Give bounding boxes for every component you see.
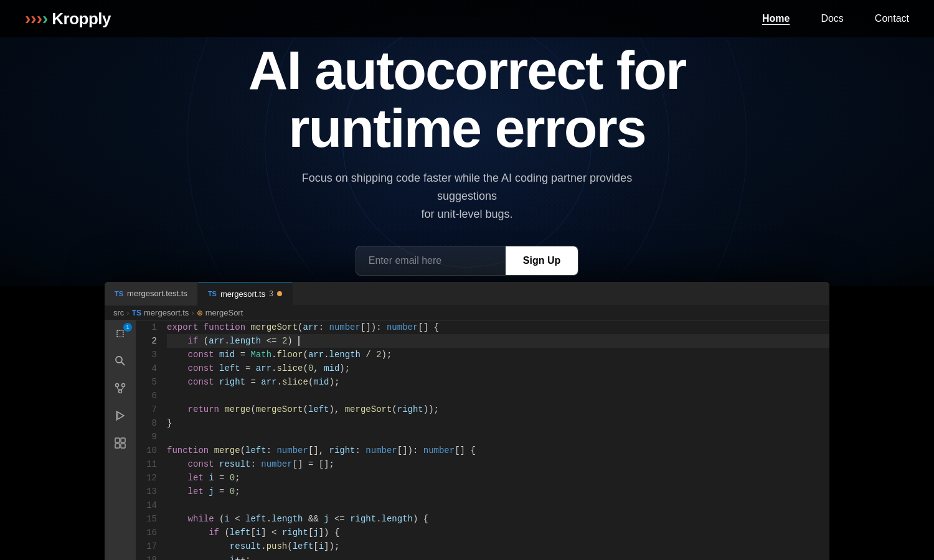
ts-badge: TS <box>115 290 123 297</box>
nav-contact[interactable]: Contact <box>875 13 909 24</box>
breadcrumb-fn: mergeSort <box>205 308 243 317</box>
ts-badge-active: TS <box>208 290 217 297</box>
code-line-8: } <box>167 416 829 430</box>
code-line-17: result.push(left[i]); <box>167 539 829 553</box>
breadcrumb-src: src <box>113 308 124 317</box>
line-numbers: 1 2 3 4 5 6 7 8 9 10 11 12 13 14 15 16 1… <box>136 320 164 560</box>
tab-label-test: mergesort.test.ts <box>127 289 187 298</box>
breadcrumb-file: mergesort.ts <box>144 308 189 317</box>
email-input[interactable] <box>356 246 506 275</box>
code-content: export function mergeSort(arr: number[])… <box>164 320 829 560</box>
code-line-9 <box>167 430 829 444</box>
code-line-3: const mid = Math.floor(arr.length / 2); <box>167 348 829 362</box>
svg-marker-5 <box>118 412 124 419</box>
code-line-16: if (left[i] < right[j]) { <box>167 526 829 539</box>
extensions-icon[interactable] <box>112 435 128 451</box>
tab-mergesort-test[interactable]: TS mergesort.test.ts <box>105 282 198 306</box>
code-line-10: function merge(left: number[], right: nu… <box>167 444 829 457</box>
nav-links: Home Docs Contact <box>762 13 909 24</box>
editor-tab-bar: TS mergesort.test.ts TS mergesort.ts 3 <box>105 282 829 306</box>
arrow2-icon: › <box>31 10 36 27</box>
svg-rect-8 <box>121 438 125 442</box>
tab-mergesort[interactable]: TS mergesort.ts 3 <box>198 282 293 306</box>
logo[interactable]: › › › › Kropply <box>25 9 111 29</box>
code-line-13: let j = 0; <box>167 485 829 498</box>
svg-point-0 <box>116 357 122 363</box>
email-form: Sign Up <box>356 246 578 276</box>
logo-arrows: › › › › <box>25 10 48 27</box>
hero-section: AI autocorrect for runtime errors Focus … <box>0 0 934 286</box>
svg-rect-7 <box>115 438 120 442</box>
arrow4-icon: › <box>42 10 48 27</box>
hero-title-line2: runtime errors <box>288 97 646 159</box>
svg-point-3 <box>122 384 125 387</box>
arrow1-icon: › <box>25 10 31 27</box>
editor-body: ⬚ 1 <box>105 320 829 560</box>
svg-rect-10 <box>121 444 125 448</box>
code-line-11: const result: number[] = []; <box>167 457 829 471</box>
code-line-7: return merge(mergeSort(left), mergeSort(… <box>167 403 829 416</box>
breadcrumb-ts: TS <box>132 309 141 317</box>
breadcrumb-sep2: › <box>191 308 194 317</box>
tab-number: 3 <box>269 289 273 298</box>
svg-rect-9 <box>115 444 120 448</box>
code-editor: TS mergesort.test.ts TS mergesort.ts 3 s… <box>105 282 829 560</box>
arrow3-icon: › <box>37 10 42 27</box>
run-icon[interactable] <box>112 408 128 424</box>
svg-line-1 <box>121 362 125 365</box>
code-line-15: while (i < left.length && j <= right.len… <box>167 512 829 526</box>
hero-content: AI autocorrect for runtime errors Focus … <box>248 11 686 275</box>
code-line-12: let i = 0; <box>167 471 829 485</box>
source-control-icon[interactable] <box>112 380 128 396</box>
signup-button[interactable]: Sign Up <box>506 246 578 275</box>
code-line-1: export function mergeSort(arr: number[])… <box>167 320 829 334</box>
code-line-2: if (arr.length <= 2) <box>167 334 829 348</box>
navbar: › › › › Kropply Home Docs Contact <box>0 0 934 37</box>
hero-title: AI autocorrect for runtime errors <box>248 42 686 157</box>
nav-home[interactable]: Home <box>762 13 790 24</box>
hero-title-line1: AI autocorrect for <box>248 39 686 101</box>
hero-subtitle: Focus on shipping code faster while the … <box>293 169 641 223</box>
svg-point-2 <box>116 384 119 387</box>
search-icon[interactable] <box>112 353 128 369</box>
tab-modified-dot <box>277 291 282 296</box>
function-icon: ⊕ <box>197 309 203 317</box>
badge-count: 1 <box>123 323 132 332</box>
code-line-14 <box>167 498 829 512</box>
code-line-6 <box>167 389 829 403</box>
logo-text: Kropply <box>52 9 111 29</box>
svg-point-4 <box>119 390 122 393</box>
breadcrumb-sep1: › <box>126 308 129 317</box>
tab-label-active: mergesort.ts <box>220 289 265 299</box>
code-line-5: const right = arr.slice(mid); <box>167 375 829 389</box>
editor-breadcrumb: src › TS mergesort.ts › ⊕ mergeSort <box>105 306 829 320</box>
activity-bar: ⬚ 1 <box>105 320 136 560</box>
files-icon[interactable]: ⬚ 1 <box>112 325 128 342</box>
code-line-4: const left = arr.slice(0, mid); <box>167 362 829 375</box>
code-line-18: i++; <box>167 553 829 560</box>
nav-docs[interactable]: Docs <box>821 13 843 24</box>
